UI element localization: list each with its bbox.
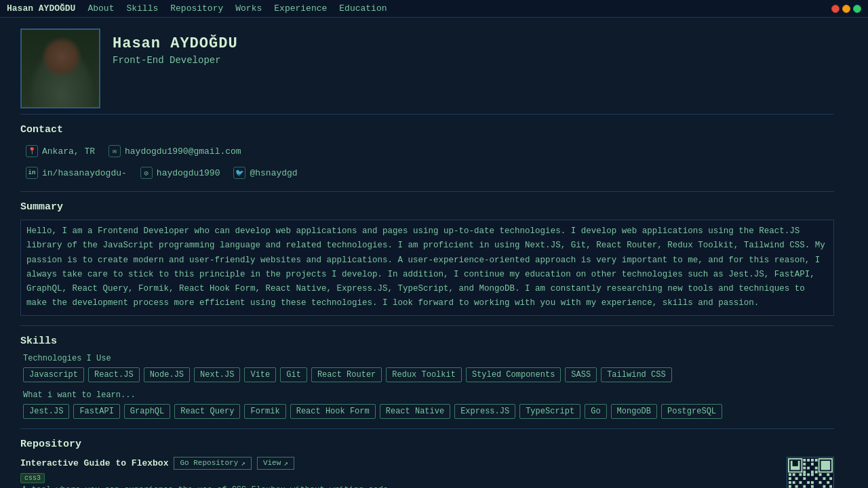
repo-title-row: Interactive Guide to Flexbox Go Reposito… [20, 457, 777, 470]
svg-rect-27 [789, 477, 791, 480]
skill-tag: Node.JS [144, 367, 190, 382]
svg-rect-28 [795, 477, 798, 480]
contact-linkedin: in in/hasanaydogdu- [26, 167, 127, 179]
learning-tag: Jest.JS [23, 404, 69, 419]
go-repository-button[interactable]: Go Repository ↗ [174, 457, 251, 470]
svg-rect-34 [793, 481, 795, 483]
main-content: Hasan AYDOĞDU Front-End Developer Contac… [0, 18, 854, 488]
contact-email: ✉ haydogdu1990@gmail.com [108, 145, 241, 157]
svg-rect-38 [819, 481, 822, 483]
svg-rect-40 [789, 485, 791, 487]
svg-rect-11 [803, 462, 806, 465]
divider-top [20, 114, 834, 115]
svg-rect-15 [815, 466, 818, 469]
skills-heading: Skills [20, 336, 834, 347]
skill-tag: React Router [311, 367, 382, 382]
svg-rect-43 [811, 485, 814, 487]
profile-name: Hasan AYDOĞDU [113, 35, 238, 52]
contact-row-1: 📍 Ankara, TR ✉ haydogdu1990@gmail.com [20, 142, 834, 160]
learning-tag: React Query [174, 404, 240, 419]
skill-tag: Javascript [23, 367, 84, 382]
skill-tag: Git [280, 367, 307, 382]
svg-rect-25 [819, 473, 822, 476]
svg-rect-10 [815, 458, 818, 461]
svg-rect-42 [803, 485, 806, 487]
window-close[interactable] [831, 5, 840, 13]
repository-heading: Repository [20, 439, 834, 450]
svg-rect-16 [803, 470, 806, 473]
svg-rect-41 [795, 485, 798, 487]
location-icon: 📍 [26, 145, 38, 157]
skill-tag: Next.JS [194, 367, 240, 382]
repo-item-0: Interactive Guide to Flexbox Go Reposito… [20, 457, 834, 489]
svg-rect-61 [793, 460, 798, 466]
svg-rect-12 [811, 462, 814, 465]
repo-info: Interactive Guide to Flexbox Go Reposito… [20, 457, 777, 489]
nav-education[interactable]: Education [339, 3, 387, 14]
view-button[interactable]: View ↗ [257, 457, 294, 470]
repo-name: Interactive Guide to Flexbox [20, 458, 168, 468]
divider-summary [20, 191, 834, 192]
qr-code [787, 457, 834, 489]
linkedin-icon: in [26, 167, 38, 179]
skill-tag: SASS [565, 367, 597, 382]
svg-rect-21 [799, 473, 802, 476]
summary-heading: Summary [20, 201, 834, 213]
external-link-icon-2: ↗ [283, 459, 288, 468]
svg-rect-19 [789, 473, 791, 476]
nav-experience[interactable]: Experience [274, 3, 327, 14]
github-icon: ⊙ [140, 167, 153, 179]
svg-rect-23 [807, 473, 810, 476]
contact-section: Contact 📍 Ankara, TR ✉ haydogdu1990@gmai… [20, 124, 834, 182]
svg-rect-22 [803, 473, 806, 476]
svg-rect-17 [811, 470, 814, 473]
learning-tag: TypeScript [519, 404, 580, 419]
technologies-label: Technologies I Use [23, 354, 834, 363]
svg-rect-39 [827, 481, 829, 483]
nav-skills[interactable]: Skills [126, 3, 158, 14]
svg-rect-26 [827, 473, 829, 476]
divider-skills [20, 325, 834, 326]
svg-rect-36 [807, 481, 810, 483]
window-minimize[interactable] [842, 5, 850, 13]
summary-section: Summary Hello, I am a Frontend Developer… [20, 201, 834, 316]
navbar: Hasan AYDOĞDU About Skills Repository Wo… [0, 0, 868, 18]
twitter-icon: 🐦 [233, 167, 245, 179]
divider-repo [20, 428, 834, 429]
learning-tag: FastAPI [73, 404, 119, 419]
repo-main-tag: css3 [20, 473, 45, 483]
svg-rect-44 [823, 485, 825, 487]
external-link-icon: ↗ [241, 459, 245, 468]
linkedin-text: in/hasanaydogdu- [42, 168, 127, 178]
summary-text: Hello, I am a Frontend Developer who can… [20, 220, 834, 316]
nav-about[interactable]: About [87, 3, 114, 14]
technologies-tags: JavascriptReact.JSNode.JSNext.JSViteGitR… [23, 367, 834, 382]
contact-location: 📍 Ankara, TR [26, 145, 95, 157]
learning-label: What i want to learn... [23, 390, 834, 400]
svg-rect-14 [807, 466, 810, 469]
window-maximize[interactable] [853, 5, 861, 13]
twitter-text: @hsnaydgd [250, 168, 297, 178]
svg-rect-32 [829, 477, 832, 480]
learning-tag: PostgreSQL [661, 404, 722, 419]
svg-rect-13 [803, 466, 806, 469]
github-text: haydogdu1990 [157, 168, 220, 178]
skill-tag: Tailwind CSS [601, 367, 671, 382]
skills-section: Skills Technologies I Use JavascriptReac… [20, 336, 834, 419]
nav-repository[interactable]: Repository [170, 3, 223, 14]
svg-rect-8 [807, 458, 810, 461]
navbar-brand: Hasan AYDOĞDU [7, 3, 75, 14]
skill-tag: React.JS [88, 367, 140, 382]
skill-tag: Vite [244, 367, 276, 382]
email-icon: ✉ [108, 145, 121, 157]
svg-rect-35 [799, 481, 802, 483]
nav-works[interactable]: Works [235, 3, 262, 14]
svg-rect-30 [815, 477, 818, 480]
contact-github: ⊙ haydogdu1990 [140, 167, 220, 179]
repository-section: Repository Interactive Guide to Flexbox … [20, 439, 834, 489]
repo-css-tag: css3 [20, 472, 777, 483]
svg-rect-31 [823, 477, 825, 480]
contact-twitter: 🐦 @hsnaydgd [233, 167, 297, 179]
skill-tag: Styled Components [466, 367, 561, 382]
profile-header: Hasan AYDOĞDU Front-End Developer [20, 28, 834, 108]
